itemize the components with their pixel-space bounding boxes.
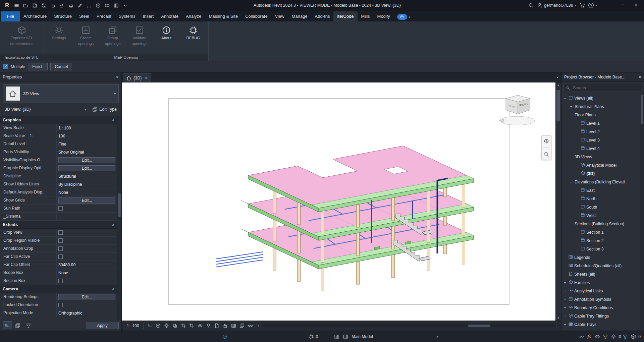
- crop-view-checkbox[interactable]: [58, 230, 63, 235]
- qat-grid-button[interactable]: [112, 1, 120, 9]
- qat-cube3d-button[interactable]: [94, 1, 102, 9]
- horizontal-scroll-thumb[interactable]: [468, 325, 490, 327]
- ribbon-button-group[interactable]: Groupopenings: [100, 23, 126, 54]
- crop-region-visible-checkbox[interactable]: [58, 238, 63, 243]
- view-control-sheet-8-button[interactable]: [213, 322, 221, 330]
- graphic-display-opti-edit-button[interactable]: Edit...: [58, 165, 115, 171]
- qat-undo-button[interactable]: [48, 1, 57, 9]
- tree-expander[interactable]: −: [569, 155, 573, 159]
- tree-item-level-1[interactable]: Level 1: [561, 119, 640, 127]
- tree-expander[interactable]: +: [563, 297, 567, 302]
- tree-item-elevations-building-elevati[interactable]: − Elevations (Building Elevati: [561, 178, 640, 186]
- property-row-far-clip-active[interactable]: Far Clip Active: [0, 253, 117, 261]
- dynamo-button[interactable]: [221, 333, 229, 341]
- close-properties-icon[interactable]: ×: [116, 74, 119, 80]
- locked-orientation-checkbox[interactable]: [58, 303, 63, 307]
- view-tab-list-caret[interactable]: ▾: [556, 75, 558, 79]
- property-row-show-grids[interactable]: Show Grids Edit...: [0, 196, 117, 205]
- viewcube[interactable]: FRONT RIGHT: [497, 92, 541, 128]
- scroll-down-icon[interactable]: ▼: [556, 315, 561, 321]
- property-value[interactable]: 30480.00: [56, 261, 117, 269]
- tree-expander[interactable]: +: [563, 322, 567, 327]
- property-value[interactable]: [56, 277, 117, 285]
- scroll-left-button[interactable]: ‹: [255, 323, 261, 328]
- help-button[interactable]: ? ▾: [588, 3, 597, 8]
- cloud-services-button[interactable]: [397, 14, 407, 20]
- view-control-shadow-3-button[interactable]: [171, 322, 179, 330]
- view-selector[interactable]: 3D View: {3D} ▾: [3, 105, 88, 113]
- property-value[interactable]: None: [56, 269, 117, 277]
- tree-item-schedules-quantities-all[interactable]: Schedules/Quantities (all): [561, 262, 640, 270]
- ribbon-button-about[interactable]: About: [153, 23, 179, 54]
- tree-item-structural-plans[interactable]: + Structural Plans: [561, 102, 640, 111]
- sun-path-checkbox[interactable]: [58, 206, 63, 211]
- ribbon-tab-collaborate[interactable]: Collaborate: [241, 11, 271, 21]
- property-row-rendering-settings[interactable]: Rendering Settings Edit...: [0, 293, 117, 301]
- type-selector[interactable]: 3D View ▾: [3, 84, 119, 103]
- qat-sync-button[interactable]: [39, 1, 48, 9]
- qat-redo-button[interactable]: [57, 1, 66, 9]
- search-button[interactable]: [528, 3, 534, 8]
- tree-expander[interactable]: −: [569, 222, 573, 226]
- view-control-groupbox-11-button[interactable]: [238, 322, 246, 330]
- drawing-canvas[interactable]: FRONT RIGHT: [122, 82, 555, 321]
- property-value[interactable]: [56, 237, 117, 244]
- tree-item-analytical-model[interactable]: Analytical Model: [561, 161, 640, 169]
- canvas-horizontal-scrollbar[interactable]: [263, 324, 557, 328]
- property-value[interactable]: Edit...: [56, 293, 117, 301]
- view-control-crop-4-button[interactable]: [179, 322, 187, 330]
- status-filter-button[interactable]: [621, 333, 629, 341]
- tree-item-floor-plans[interactable]: − Floor Plans: [561, 111, 640, 119]
- property-value[interactable]: [56, 253, 117, 261]
- ribbon-tab-add-ins[interactable]: Add-Ins: [311, 11, 334, 21]
- ribbon-tab-analyze[interactable]: Analyze: [182, 11, 205, 21]
- view-control-bulb-7-button[interactable]: [204, 322, 213, 330]
- property-row-projection-mode[interactable]: Projection Mode Orthographic: [0, 309, 117, 317]
- status-eye-button[interactable]: [593, 333, 601, 341]
- property-value[interactable]: Orthographic: [56, 309, 117, 317]
- properties-filter-button[interactable]: [24, 322, 33, 329]
- property-row-section-box[interactable]: Section Box: [0, 277, 117, 285]
- property-value[interactable]: Edit...: [56, 156, 117, 164]
- qat-disk-button[interactable]: [30, 1, 39, 9]
- property-row-annotation-crop[interactable]: Annotation Crop: [0, 245, 117, 253]
- property-row-detail-level[interactable]: Detail Level Fine: [0, 140, 117, 148]
- status-link-button[interactable]: [577, 333, 585, 341]
- view-control-link-12-button[interactable]: [246, 322, 255, 330]
- tree-item-cable-tray-fittings[interactable]: + Cable Tray Fittings: [561, 312, 640, 320]
- ribbon-tab-itercode[interactable]: iterCode: [333, 11, 357, 21]
- tree-item-legends[interactable]: Legends: [561, 253, 640, 262]
- property-row-parts-visibility[interactable]: Parts Visibility Show Original: [0, 148, 117, 156]
- property-value[interactable]: By Discipline: [56, 180, 117, 188]
- view-control-sun-2-button[interactable]: [162, 322, 171, 330]
- close-button[interactable]: ×: [629, 0, 643, 10]
- tree-item-level-4[interactable]: Level 4: [561, 144, 640, 153]
- workset-table-button[interactable]: [333, 333, 341, 341]
- property-row-scope-box[interactable]: Scope Box None: [0, 269, 117, 277]
- workset-table-button[interactable]: [341, 333, 350, 341]
- status-cube3d-button[interactable]: [629, 333, 637, 341]
- tree-expander[interactable]: −: [569, 180, 573, 184]
- ribbon-tab-structure[interactable]: Structure: [50, 11, 75, 21]
- tree-item-views-all[interactable]: − Views (all): [561, 94, 640, 102]
- ribbon-button-create[interactable]: Createopenings: [73, 23, 99, 54]
- finish-button[interactable]: Finish: [28, 63, 48, 70]
- tree-item-level-3[interactable]: Level 3: [561, 136, 640, 144]
- far-clip-active-checkbox[interactable]: [58, 254, 63, 259]
- ribbon-tab-manage[interactable]: Manage: [288, 11, 311, 21]
- user-account-button[interactable]: germanoG7L88 ▾: [537, 3, 576, 8]
- browser-search-input[interactable]: [572, 85, 640, 91]
- tree-item-west[interactable]: West: [561, 211, 640, 220]
- ribbon-tab-precast[interactable]: Precast: [93, 11, 115, 21]
- rendering-settings-edit-button[interactable]: Edit...: [58, 294, 115, 300]
- tree-expander[interactable]: +: [563, 289, 567, 293]
- show-grids-edit-button[interactable]: Edit...: [58, 197, 115, 204]
- ribbon-tab-view[interactable]: View: [271, 11, 288, 21]
- qat-dim-button[interactable]: [85, 1, 93, 9]
- view-control-eye-6-button[interactable]: [196, 322, 204, 330]
- property-row-scale-value-1[interactable]: Scale Value 1: 100: [0, 132, 117, 140]
- cart-button[interactable]: [580, 3, 585, 8]
- tree-item-north[interactable]: North: [561, 194, 640, 203]
- property-row-sistema[interactable]: _Sistema: [0, 213, 117, 221]
- view-control-detail-0-button[interactable]: [146, 322, 154, 330]
